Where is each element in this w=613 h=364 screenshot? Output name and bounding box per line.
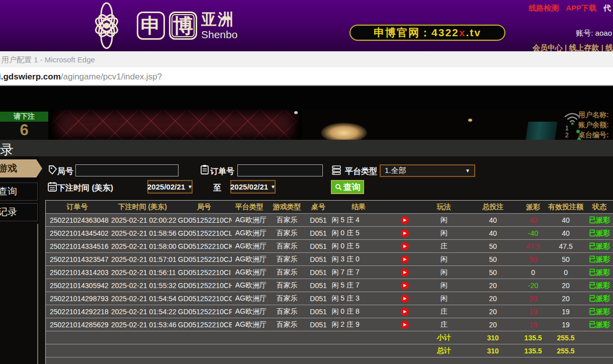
table-cell — [109, 357, 177, 364]
sidebar-item-label: 记录 — [0, 206, 17, 219]
table-header-cell: 状态 — [586, 201, 613, 213]
table-cell: 20 — [465, 279, 520, 292]
table-cell — [307, 357, 330, 364]
table-cell: D051 — [307, 240, 330, 252]
table-cell: ▶ — [387, 279, 422, 292]
table-cell: D051 — [307, 305, 330, 318]
countdown-value: 6 — [20, 122, 28, 139]
logo: 申 博 亚洲 Shenbo — [80, 1, 237, 50]
table-row: 2502210142922182025-02-21 01:54:22GD0512… — [46, 305, 613, 318]
bet-records-table: 订单号下注时间 (美东)局号平台类型游戏类型桌号结果玩法总投注派彩有效投注额状态… — [45, 200, 613, 364]
table-cell: 250221014298793 — [46, 292, 109, 305]
table-cell: D051 — [307, 279, 330, 292]
order-input[interactable] — [237, 164, 323, 176]
play-video-button[interactable]: ▶ — [401, 242, 409, 250]
play-video-button[interactable]: ▶ — [401, 282, 409, 290]
table-row: 2502210143345162025-02-21 01:58:00GD0512… — [46, 240, 613, 253]
table-cell: 40 — [465, 214, 520, 226]
table-row: 2502210142856292025-02-21 01:53:46GD0512… — [46, 318, 613, 331]
table-cell: AG欧洲厅 — [232, 266, 267, 279]
table-cell: 50 — [465, 240, 520, 252]
table-cell — [177, 344, 232, 357]
page-title-band: 录 — [0, 140, 613, 156]
search-button-label: 查询 — [343, 181, 361, 193]
table-cell: 总计 — [422, 344, 465, 357]
table-cell: GD051252210CL — [177, 227, 232, 239]
play-video-button[interactable]: ▶ — [401, 229, 409, 237]
table-cell: 2025-02-21 02:00:22 — [109, 214, 177, 226]
table-header-cell: 有效投注额 — [546, 201, 586, 213]
play-video-button[interactable]: ▶ — [401, 216, 409, 224]
table-cell: 20 — [465, 305, 520, 318]
header-link[interactable]: 线路检测 — [529, 4, 559, 13]
table-cell: 百家乐 — [267, 305, 307, 318]
date-to-picker[interactable]: 2025/02/21 ▼ — [230, 180, 276, 194]
table-cell: AG欧洲厅 — [232, 240, 267, 252]
round-label: 局号 — [57, 166, 73, 177]
table-cell: 闲 0 庄 5 — [329, 240, 387, 252]
address-bar[interactable]: i.gdswierp.com/agingame/pcv1/index.jsp? — [0, 67, 613, 86]
table-cell: ▶ — [387, 318, 422, 331]
game-overlay-numbers: 12 — [565, 125, 569, 139]
casino-backdrop — [48, 110, 302, 140]
table-cell: 百家乐 — [267, 279, 307, 292]
table-row: 2502210143454022025-02-21 01:58:56GD0512… — [46, 227, 613, 240]
play-video-button[interactable]: ▶ — [401, 295, 409, 303]
overlay-number: 2 — [565, 132, 569, 139]
table-cell: 2025-02-21 01:58:56 — [109, 227, 177, 239]
table-cell: 2025-02-21 01:58:00 — [109, 240, 177, 252]
badge-x: x — [459, 27, 466, 39]
table-cell: 百家乐 — [267, 266, 307, 279]
play-video-button[interactable]: ▶ — [401, 268, 409, 277]
url-path: /agingame/pcv1/index.jsp? — [61, 72, 162, 81]
bet-prompt: 请下注 — [0, 112, 48, 122]
table-cell: 250221014323547 — [46, 253, 109, 265]
table-cell: 百家乐 — [267, 318, 307, 331]
table-cell: AG欧洲厅 — [232, 318, 267, 331]
search-button[interactable]: 查询 — [331, 180, 364, 194]
table-cell: 250221014292218 — [46, 305, 109, 318]
table-cell: 2025-02-21 01:55:32 — [109, 279, 177, 292]
table-cell: 庄 — [422, 318, 465, 331]
date-from-picker[interactable]: 2025/02/21 ▼ — [147, 180, 193, 194]
table-cell: 庄 — [422, 240, 465, 252]
top-links: 线路检测APP下载代 — [529, 4, 611, 13]
light-dot — [294, 111, 298, 114]
sidebar-item-1[interactable]: 游戏 — [0, 159, 42, 177]
table-cell: 50 — [465, 266, 520, 279]
official-site-badge[interactable]: 申博官网：4322x.tv — [349, 25, 505, 41]
clipboard-icon — [200, 164, 209, 174]
table-cell — [520, 357, 546, 364]
play-video-button[interactable]: ▶ — [401, 321, 409, 329]
play-video-button[interactable]: ▶ — [401, 308, 409, 316]
table-cell — [329, 344, 387, 357]
header-link[interactable]: 代 — [603, 4, 611, 13]
table-cell: 闲 — [422, 279, 465, 292]
table-cell: GD051252210CN — [177, 214, 232, 226]
green-dot — [576, 130, 580, 133]
play-video-button[interactable]: ▶ — [401, 255, 409, 263]
brand-header: 申 博 亚洲 Shenbo 线路检测APP下载代 申博官网：4322x.tv 账… — [0, 0, 613, 51]
date-from-value: 2025/02/21 — [147, 183, 185, 191]
round-input[interactable] — [75, 164, 179, 176]
header-link[interactable]: APP下载 — [566, 4, 596, 13]
overlay-label: 用户名称: — [578, 110, 613, 120]
table-cell: 闲 3 庄 0 — [329, 253, 387, 265]
logo-text: 亚洲 Shenbo — [201, 12, 237, 40]
window-titlebar[interactable]: 用户配置 1 - Microsoft Edge — [0, 51, 613, 67]
sidebar-item-label: 查询 — [0, 185, 17, 198]
table-cell: AG欧洲厅 — [232, 305, 267, 318]
table-cell — [586, 344, 613, 357]
sidebar-item-3[interactable]: 记录 — [0, 203, 38, 221]
table-cell: 20 — [465, 292, 520, 305]
table-cell: 已派彩 — [586, 214, 613, 226]
platform-select[interactable]: 1.全部 ▼ — [380, 164, 475, 177]
bet-time-label: 下注时间 (美东) — [57, 183, 113, 194]
game-overlay-labels: 用户名称:账户余额:桌台编号: — [578, 110, 613, 140]
sidebar-item-2[interactable]: 查询 — [0, 183, 38, 201]
table-cell: 19 — [520, 305, 546, 318]
table-cell: 40 — [520, 214, 546, 226]
to-label: 至 — [213, 183, 221, 194]
overlay-label: 账户余额: — [578, 120, 613, 130]
table-cell: GD051252210CG — [177, 292, 232, 305]
